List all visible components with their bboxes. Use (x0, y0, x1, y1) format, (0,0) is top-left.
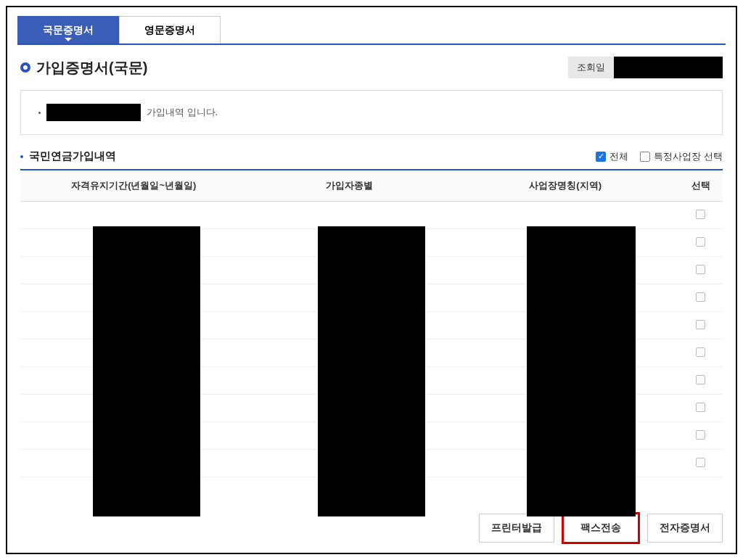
section-dot-icon (20, 155, 23, 158)
main-panel: 국문증명서 영문증명서 가입증명서(국문) 조회일 가입내역 입니다. 국민연금… (6, 6, 737, 554)
row-checkbox[interactable] (696, 210, 705, 219)
tab-bar: 국문증명서 영문증명서 (17, 16, 726, 45)
row-checkbox[interactable] (696, 403, 705, 412)
row-checkbox[interactable] (696, 375, 705, 384)
ecert-button-label: 전자증명서 (660, 522, 710, 535)
row-checkbox[interactable] (696, 347, 705, 357)
tab-english-cert[interactable]: 영문증명서 (119, 16, 221, 44)
checkbox-checked-icon: ✓ (596, 152, 606, 162)
bullet-icon (20, 62, 30, 73)
section-title: 국민연금가입내역 (29, 149, 116, 163)
table-row (20, 202, 723, 229)
tab-english-label: 영문증명서 (144, 24, 195, 37)
section-header: 국민연금가입내역 ✓ 전체 특정사업장 선택 (20, 149, 723, 163)
action-bar: 프린터발급 팩스전송 전자증명서 (479, 514, 723, 543)
lookup-date-label: 조회일 (568, 57, 614, 78)
fax-button-label: 팩스전송 (580, 522, 621, 535)
filter-checks: ✓ 전체 특정사업장 선택 (596, 150, 723, 163)
cell-select (678, 367, 723, 395)
redacted-column-business (527, 226, 636, 516)
row-checkbox[interactable] (696, 458, 705, 467)
redacted-column-type (318, 226, 425, 516)
row-checkbox[interactable] (696, 237, 705, 247)
cell-type (247, 202, 452, 229)
fax-button[interactable]: 팩스전송 (563, 514, 639, 543)
cell-select (678, 422, 723, 450)
tab-korean-label: 국문증명서 (43, 24, 94, 37)
page-title: 가입증명서(국문) (36, 58, 147, 78)
cell-select (678, 450, 723, 477)
th-type: 가입자종별 (247, 170, 452, 202)
ecert-button[interactable]: 전자증명서 (647, 514, 723, 543)
cell-select (678, 312, 723, 339)
cell-business (452, 202, 679, 229)
section-title-wrap: 국민연금가입내역 (20, 149, 116, 163)
row-checkbox[interactable] (696, 292, 705, 302)
cell-period (20, 202, 247, 229)
cell-select (678, 229, 723, 257)
filter-all-label: 전체 (609, 150, 628, 163)
filter-all[interactable]: ✓ 전체 (596, 150, 628, 163)
print-button-label: 프린터발급 (491, 522, 542, 535)
print-button[interactable]: 프린터발급 (479, 514, 554, 543)
lookup-date-box: 조회일 (568, 57, 723, 78)
title-left: 가입증명서(국문) (20, 58, 147, 78)
info-name-redacted (46, 104, 141, 121)
cell-select (678, 257, 723, 284)
info-suffix-text: 가입내역 입니다. (147, 106, 218, 119)
tab-korean-cert[interactable]: 국문증명서 (17, 16, 119, 44)
row-checkbox[interactable] (696, 430, 705, 440)
filter-specific-label: 특정사업장 선택 (654, 150, 723, 163)
cell-select (678, 339, 723, 367)
checkbox-empty-icon (640, 152, 650, 162)
th-select: 선택 (678, 170, 723, 202)
row-checkbox[interactable] (696, 320, 705, 329)
cell-select (678, 395, 723, 422)
row-checkbox[interactable] (696, 265, 705, 274)
cell-select (678, 202, 723, 229)
table-header-row: 자격유지기간(년월일~년월일) 가입자종별 사업장명칭(지역) 선택 (20, 170, 723, 202)
lookup-date-value-redacted (614, 57, 723, 78)
info-box: 가입내역 입니다. (20, 90, 723, 135)
redacted-column-period (93, 226, 200, 516)
bullet-dot-icon (38, 112, 41, 114)
cell-select (678, 284, 723, 312)
filter-specific[interactable]: 특정사업장 선택 (640, 150, 723, 163)
th-period: 자격유지기간(년월일~년월일) (20, 170, 247, 202)
th-business: 사업장명칭(지역) (452, 170, 679, 202)
title-row: 가입증명서(국문) 조회일 (17, 57, 726, 78)
